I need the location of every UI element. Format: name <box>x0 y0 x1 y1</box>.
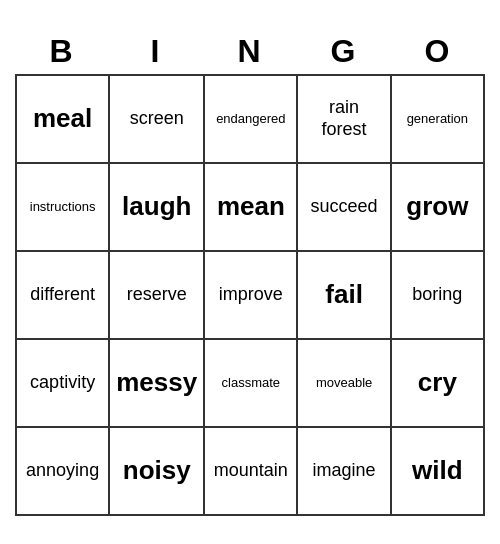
cell-text-r2-c4: boring <box>412 284 462 306</box>
bingo-grid: mealscreenendangeredrain forestgeneratio… <box>15 74 485 516</box>
bingo-cell-r0-c4: generation <box>392 76 485 164</box>
cell-text-r2-c3: fail <box>325 279 363 310</box>
bingo-cell-r1-c1: laugh <box>110 164 205 252</box>
bingo-cell-r4-c1: noisy <box>110 428 205 516</box>
cell-text-r0-c0: meal <box>33 103 92 134</box>
cell-text-r3-c2: classmate <box>222 375 281 391</box>
bingo-cell-r3-c3: moveable <box>298 340 391 428</box>
header-letter-G: G <box>297 29 391 74</box>
bingo-cell-r1-c0: instructions <box>17 164 110 252</box>
cell-text-r2-c0: different <box>30 284 95 306</box>
cell-text-r4-c2: mountain <box>214 460 288 482</box>
bingo-cell-r0-c2: endangered <box>205 76 298 164</box>
cell-text-r1-c3: succeed <box>311 196 378 218</box>
bingo-cell-r4-c0: annoying <box>17 428 110 516</box>
bingo-cell-r3-c2: classmate <box>205 340 298 428</box>
cell-text-r3-c4: cry <box>418 367 457 398</box>
cell-text-r4-c3: imagine <box>313 460 376 482</box>
cell-text-r1-c2: mean <box>217 191 285 222</box>
bingo-cell-r2-c2: improve <box>205 252 298 340</box>
cell-text-r0-c2: endangered <box>216 111 285 127</box>
cell-text-r3-c1: messy <box>116 367 197 398</box>
cell-text-r0-c1: screen <box>130 108 184 130</box>
header-letter-O: O <box>391 29 485 74</box>
bingo-cell-r1-c2: mean <box>205 164 298 252</box>
cell-text-r4-c0: annoying <box>26 460 99 482</box>
cell-text-r3-c3: moveable <box>316 375 372 391</box>
bingo-cell-r3-c4: cry <box>392 340 485 428</box>
bingo-cell-r0-c1: screen <box>110 76 205 164</box>
cell-text-r1-c4: grow <box>406 191 468 222</box>
header-letter-I: I <box>109 29 203 74</box>
bingo-cell-r2-c4: boring <box>392 252 485 340</box>
bingo-card: BINGO mealscreenendangeredrain forestgen… <box>15 29 485 516</box>
bingo-cell-r0-c0: meal <box>17 76 110 164</box>
cell-text-r4-c4: wild <box>412 455 463 486</box>
bingo-cell-r4-c2: mountain <box>205 428 298 516</box>
cell-text-r2-c2: improve <box>219 284 283 306</box>
bingo-cell-r2-c3: fail <box>298 252 391 340</box>
cell-text-r1-c1: laugh <box>122 191 191 222</box>
bingo-cell-r2-c0: different <box>17 252 110 340</box>
bingo-cell-r3-c1: messy <box>110 340 205 428</box>
cell-text-r4-c1: noisy <box>123 455 191 486</box>
header-letter-B: B <box>15 29 109 74</box>
bingo-cell-r1-c3: succeed <box>298 164 391 252</box>
cell-text-r3-c0: captivity <box>30 372 95 394</box>
bingo-header: BINGO <box>15 29 485 74</box>
bingo-cell-r4-c3: imagine <box>298 428 391 516</box>
bingo-cell-r4-c4: wild <box>392 428 485 516</box>
bingo-cell-r1-c4: grow <box>392 164 485 252</box>
cell-text-r1-c0: instructions <box>30 199 96 215</box>
header-letter-N: N <box>203 29 297 74</box>
bingo-cell-r3-c0: captivity <box>17 340 110 428</box>
cell-text-r0-c4: generation <box>407 111 468 127</box>
bingo-cell-r2-c1: reserve <box>110 252 205 340</box>
cell-text-r0-c3: rain forest <box>304 97 383 140</box>
bingo-cell-r0-c3: rain forest <box>298 76 391 164</box>
cell-text-r2-c1: reserve <box>127 284 187 306</box>
